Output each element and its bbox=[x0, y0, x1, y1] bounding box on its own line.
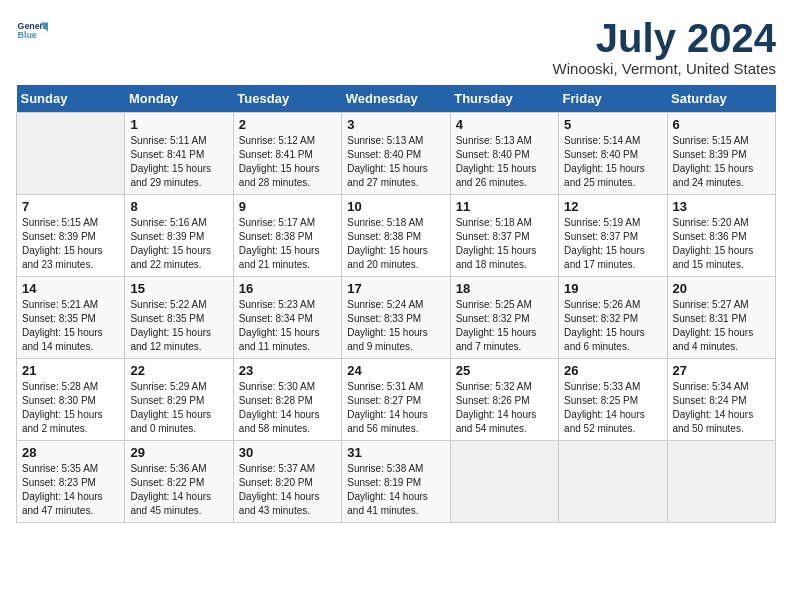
calendar-cell bbox=[667, 441, 775, 523]
day-number: 6 bbox=[673, 117, 770, 132]
calendar-week-row: 28Sunrise: 5:35 AM Sunset: 8:23 PM Dayli… bbox=[17, 441, 776, 523]
day-info: Sunrise: 5:13 AM Sunset: 8:40 PM Dayligh… bbox=[456, 134, 553, 190]
day-info: Sunrise: 5:30 AM Sunset: 8:28 PM Dayligh… bbox=[239, 380, 336, 436]
day-number: 14 bbox=[22, 281, 119, 296]
day-number: 5 bbox=[564, 117, 661, 132]
calendar-subtitle: Winooski, Vermont, United States bbox=[553, 60, 776, 77]
calendar-cell: 18Sunrise: 5:25 AM Sunset: 8:32 PM Dayli… bbox=[450, 277, 558, 359]
calendar-cell: 29Sunrise: 5:36 AM Sunset: 8:22 PM Dayli… bbox=[125, 441, 233, 523]
svg-text:Blue: Blue bbox=[18, 30, 37, 40]
day-info: Sunrise: 5:29 AM Sunset: 8:29 PM Dayligh… bbox=[130, 380, 227, 436]
day-info: Sunrise: 5:15 AM Sunset: 8:39 PM Dayligh… bbox=[22, 216, 119, 272]
calendar-week-row: 14Sunrise: 5:21 AM Sunset: 8:35 PM Dayli… bbox=[17, 277, 776, 359]
day-number: 15 bbox=[130, 281, 227, 296]
calendar-cell: 19Sunrise: 5:26 AM Sunset: 8:32 PM Dayli… bbox=[559, 277, 667, 359]
day-number: 13 bbox=[673, 199, 770, 214]
calendar-cell: 3Sunrise: 5:13 AM Sunset: 8:40 PM Daylig… bbox=[342, 113, 450, 195]
day-info: Sunrise: 5:33 AM Sunset: 8:25 PM Dayligh… bbox=[564, 380, 661, 436]
calendar-cell: 16Sunrise: 5:23 AM Sunset: 8:34 PM Dayli… bbox=[233, 277, 341, 359]
calendar-cell: 24Sunrise: 5:31 AM Sunset: 8:27 PM Dayli… bbox=[342, 359, 450, 441]
calendar-cell bbox=[450, 441, 558, 523]
day-info: Sunrise: 5:37 AM Sunset: 8:20 PM Dayligh… bbox=[239, 462, 336, 518]
day-info: Sunrise: 5:35 AM Sunset: 8:23 PM Dayligh… bbox=[22, 462, 119, 518]
day-number: 19 bbox=[564, 281, 661, 296]
day-number: 20 bbox=[673, 281, 770, 296]
day-info: Sunrise: 5:36 AM Sunset: 8:22 PM Dayligh… bbox=[130, 462, 227, 518]
calendar-cell: 15Sunrise: 5:22 AM Sunset: 8:35 PM Dayli… bbox=[125, 277, 233, 359]
day-number: 30 bbox=[239, 445, 336, 460]
calendar-cell: 22Sunrise: 5:29 AM Sunset: 8:29 PM Dayli… bbox=[125, 359, 233, 441]
day-info: Sunrise: 5:18 AM Sunset: 8:37 PM Dayligh… bbox=[456, 216, 553, 272]
calendar-cell: 30Sunrise: 5:37 AM Sunset: 8:20 PM Dayli… bbox=[233, 441, 341, 523]
day-info: Sunrise: 5:25 AM Sunset: 8:32 PM Dayligh… bbox=[456, 298, 553, 354]
calendar-cell: 12Sunrise: 5:19 AM Sunset: 8:37 PM Dayli… bbox=[559, 195, 667, 277]
day-number: 18 bbox=[456, 281, 553, 296]
calendar-cell: 17Sunrise: 5:24 AM Sunset: 8:33 PM Dayli… bbox=[342, 277, 450, 359]
day-number: 7 bbox=[22, 199, 119, 214]
day-info: Sunrise: 5:19 AM Sunset: 8:37 PM Dayligh… bbox=[564, 216, 661, 272]
day-info: Sunrise: 5:17 AM Sunset: 8:38 PM Dayligh… bbox=[239, 216, 336, 272]
day-info: Sunrise: 5:23 AM Sunset: 8:34 PM Dayligh… bbox=[239, 298, 336, 354]
day-info: Sunrise: 5:12 AM Sunset: 8:41 PM Dayligh… bbox=[239, 134, 336, 190]
calendar-table: SundayMondayTuesdayWednesdayThursdayFrid… bbox=[16, 85, 776, 523]
calendar-cell: 11Sunrise: 5:18 AM Sunset: 8:37 PM Dayli… bbox=[450, 195, 558, 277]
calendar-week-row: 7Sunrise: 5:15 AM Sunset: 8:39 PM Daylig… bbox=[17, 195, 776, 277]
title-section: July 2024 Winooski, Vermont, United Stat… bbox=[553, 16, 776, 77]
calendar-cell bbox=[559, 441, 667, 523]
calendar-cell: 6Sunrise: 5:15 AM Sunset: 8:39 PM Daylig… bbox=[667, 113, 775, 195]
day-number: 29 bbox=[130, 445, 227, 460]
calendar-cell: 10Sunrise: 5:18 AM Sunset: 8:38 PM Dayli… bbox=[342, 195, 450, 277]
day-info: Sunrise: 5:24 AM Sunset: 8:33 PM Dayligh… bbox=[347, 298, 444, 354]
calendar-cell: 31Sunrise: 5:38 AM Sunset: 8:19 PM Dayli… bbox=[342, 441, 450, 523]
day-number: 17 bbox=[347, 281, 444, 296]
calendar-week-row: 1Sunrise: 5:11 AM Sunset: 8:41 PM Daylig… bbox=[17, 113, 776, 195]
day-number: 3 bbox=[347, 117, 444, 132]
day-number: 23 bbox=[239, 363, 336, 378]
day-number: 22 bbox=[130, 363, 227, 378]
calendar-cell: 7Sunrise: 5:15 AM Sunset: 8:39 PM Daylig… bbox=[17, 195, 125, 277]
day-number: 27 bbox=[673, 363, 770, 378]
calendar-cell: 27Sunrise: 5:34 AM Sunset: 8:24 PM Dayli… bbox=[667, 359, 775, 441]
day-info: Sunrise: 5:34 AM Sunset: 8:24 PM Dayligh… bbox=[673, 380, 770, 436]
page-header: General Blue July 2024 Winooski, Vermont… bbox=[16, 16, 776, 77]
calendar-cell: 13Sunrise: 5:20 AM Sunset: 8:36 PM Dayli… bbox=[667, 195, 775, 277]
day-number: 28 bbox=[22, 445, 119, 460]
day-info: Sunrise: 5:21 AM Sunset: 8:35 PM Dayligh… bbox=[22, 298, 119, 354]
calendar-cell: 23Sunrise: 5:30 AM Sunset: 8:28 PM Dayli… bbox=[233, 359, 341, 441]
day-number: 16 bbox=[239, 281, 336, 296]
day-number: 31 bbox=[347, 445, 444, 460]
calendar-title: July 2024 bbox=[553, 16, 776, 60]
day-info: Sunrise: 5:14 AM Sunset: 8:40 PM Dayligh… bbox=[564, 134, 661, 190]
calendar-cell: 28Sunrise: 5:35 AM Sunset: 8:23 PM Dayli… bbox=[17, 441, 125, 523]
calendar-cell: 26Sunrise: 5:33 AM Sunset: 8:25 PM Dayli… bbox=[559, 359, 667, 441]
day-number: 1 bbox=[130, 117, 227, 132]
header-friday: Friday bbox=[559, 85, 667, 113]
calendar-cell bbox=[17, 113, 125, 195]
header-tuesday: Tuesday bbox=[233, 85, 341, 113]
day-info: Sunrise: 5:22 AM Sunset: 8:35 PM Dayligh… bbox=[130, 298, 227, 354]
header-sunday: Sunday bbox=[17, 85, 125, 113]
logo-icon: General Blue bbox=[16, 16, 48, 48]
day-info: Sunrise: 5:13 AM Sunset: 8:40 PM Dayligh… bbox=[347, 134, 444, 190]
calendar-cell: 20Sunrise: 5:27 AM Sunset: 8:31 PM Dayli… bbox=[667, 277, 775, 359]
calendar-cell: 1Sunrise: 5:11 AM Sunset: 8:41 PM Daylig… bbox=[125, 113, 233, 195]
calendar-header-row: SundayMondayTuesdayWednesdayThursdayFrid… bbox=[17, 85, 776, 113]
calendar-cell: 14Sunrise: 5:21 AM Sunset: 8:35 PM Dayli… bbox=[17, 277, 125, 359]
day-number: 2 bbox=[239, 117, 336, 132]
calendar-cell: 25Sunrise: 5:32 AM Sunset: 8:26 PM Dayli… bbox=[450, 359, 558, 441]
day-info: Sunrise: 5:28 AM Sunset: 8:30 PM Dayligh… bbox=[22, 380, 119, 436]
calendar-cell: 2Sunrise: 5:12 AM Sunset: 8:41 PM Daylig… bbox=[233, 113, 341, 195]
day-info: Sunrise: 5:15 AM Sunset: 8:39 PM Dayligh… bbox=[673, 134, 770, 190]
day-number: 9 bbox=[239, 199, 336, 214]
day-info: Sunrise: 5:31 AM Sunset: 8:27 PM Dayligh… bbox=[347, 380, 444, 436]
header-saturday: Saturday bbox=[667, 85, 775, 113]
calendar-cell: 21Sunrise: 5:28 AM Sunset: 8:30 PM Dayli… bbox=[17, 359, 125, 441]
calendar-cell: 4Sunrise: 5:13 AM Sunset: 8:40 PM Daylig… bbox=[450, 113, 558, 195]
day-info: Sunrise: 5:38 AM Sunset: 8:19 PM Dayligh… bbox=[347, 462, 444, 518]
calendar-cell: 9Sunrise: 5:17 AM Sunset: 8:38 PM Daylig… bbox=[233, 195, 341, 277]
day-number: 26 bbox=[564, 363, 661, 378]
header-monday: Monday bbox=[125, 85, 233, 113]
day-number: 25 bbox=[456, 363, 553, 378]
calendar-cell: 8Sunrise: 5:16 AM Sunset: 8:39 PM Daylig… bbox=[125, 195, 233, 277]
header-wednesday: Wednesday bbox=[342, 85, 450, 113]
